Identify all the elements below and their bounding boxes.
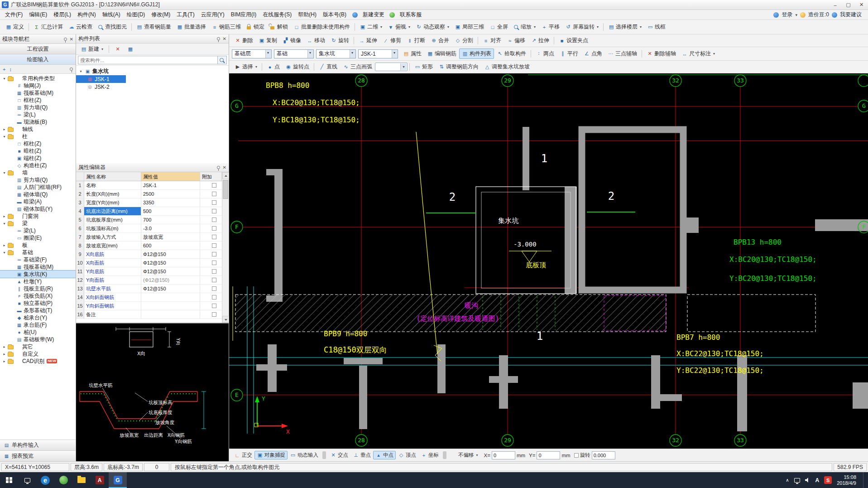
scroll-down-icon[interactable] xyxy=(222,316,229,323)
toolbar-button[interactable]: ‖ 打断 xyxy=(404,35,428,46)
tree-item[interactable]: ▤ 基础板带(W) xyxy=(0,336,76,343)
attach-checkbox[interactable] xyxy=(212,209,216,213)
tree-item[interactable]: ▥ 剪力墙(Q) xyxy=(0,104,76,111)
toolbar-button[interactable] xyxy=(603,23,604,31)
new-component-button[interactable]: ▤ 新建 xyxy=(78,44,106,54)
toolbar-button[interactable]: ▣ 二维 xyxy=(357,22,385,32)
toolbar-button[interactable] xyxy=(409,63,410,71)
attach-checkbox[interactable] xyxy=(212,269,216,274)
toolbar-button[interactable]: ✕ 删除 xyxy=(232,35,256,46)
property-row[interactable]: 4 坑底出边距离(mm) 500 xyxy=(76,207,229,216)
chevron-down-icon[interactable] xyxy=(350,50,355,58)
start-button[interactable] xyxy=(0,472,18,488)
tree-item[interactable]: ▦ 承台筋(F) xyxy=(0,321,76,329)
search-icon[interactable] xyxy=(218,56,227,64)
tree-item[interactable]: ▤ 人防门框墙(RF) xyxy=(0,184,76,191)
single-component-input-bar[interactable]: ▤ 单构件输入 xyxy=(0,440,76,450)
tree-item[interactable]: □ 框柱(Z) xyxy=(0,97,76,104)
toolbar-button[interactable]: ↗ 拉伸 xyxy=(528,35,552,46)
attach-checkbox[interactable] xyxy=(212,312,216,317)
twisty-icon[interactable]: ▸ xyxy=(2,243,6,247)
menu-item[interactable]: 版本号(B) xyxy=(320,10,350,19)
menu-item[interactable]: 编辑(E) xyxy=(26,10,50,19)
property-row[interactable]: 9 X向底筋 Φ12@150 xyxy=(76,250,229,259)
x-offset-input[interactable] xyxy=(492,451,515,459)
toolbar-button[interactable]: ▣ 局部三维 xyxy=(452,22,487,32)
toolbar-button[interactable]: ▥ 构件列表 xyxy=(459,48,494,59)
property-row[interactable]: 1 名称 JSK-1 xyxy=(76,181,229,190)
tree-item[interactable]: ▾ 基础 xyxy=(0,249,76,256)
close-panel-icon[interactable]: ✕ xyxy=(70,37,73,42)
suggest-link[interactable]: 我要建议 xyxy=(840,11,862,19)
attach-checkbox[interactable] xyxy=(212,217,216,222)
menu-item[interactable]: 工具(T) xyxy=(173,10,197,19)
property-row[interactable]: 11 Y向底筋 Φ12@150 xyxy=(76,267,229,276)
attach-checkbox[interactable] xyxy=(212,183,216,188)
tree-item[interactable]: ▸ 其它 xyxy=(0,343,76,350)
menu-item[interactable]: 构件(N) xyxy=(74,10,99,19)
twisty-icon[interactable]: ▸ xyxy=(2,352,6,356)
snap-toggle-button[interactable]: + 坐标 xyxy=(418,451,441,459)
toolbar-button[interactable]: ∶ 两点 xyxy=(533,48,557,59)
tree-item[interactable]: ▾ 常用构件类型 xyxy=(0,75,76,82)
menu-item[interactable]: 在线服务(S) xyxy=(259,10,295,19)
combo-select[interactable]: 基础 xyxy=(274,49,314,58)
twisty-icon[interactable]: ▸ xyxy=(2,359,6,363)
combo-select[interactable]: JSK-1 xyxy=(358,49,398,58)
snap-toggle-button[interactable]: 不偏移 xyxy=(448,451,480,459)
add-icon[interactable]: + xyxy=(3,67,5,72)
pin-icon[interactable] xyxy=(64,38,67,41)
toolbar-button[interactable]: ≈ 偏移 xyxy=(504,35,528,46)
toolbar-button[interactable]: ≡ 钢筋三维 xyxy=(209,22,244,32)
attach-checkbox[interactable] xyxy=(212,243,216,248)
cad-canvas[interactable]: Y X 28 29 32 33 28 29 xyxy=(229,73,868,449)
toolbar-button[interactable]: △ 调整集水坑放坡 xyxy=(481,62,532,72)
property-row[interactable]: 5 坑底板厚度(mm) 700 xyxy=(76,216,229,224)
toolbar-button[interactable]: ↻ 动态观察 xyxy=(413,22,452,32)
property-value[interactable]: Φ12@150 xyxy=(141,267,200,276)
toolbar-button[interactable]: ▦ 编辑钢筋 xyxy=(424,48,459,59)
toolbar-button[interactable]: Σ 汇总计算 xyxy=(31,22,66,32)
toolbar-button[interactable]: 查找图元 xyxy=(95,22,129,32)
tree-item[interactable]: ◆ 桩承台(Y) xyxy=(0,314,76,321)
ime-icon[interactable]: S xyxy=(824,476,832,484)
login-link[interactable]: 登录 xyxy=(782,11,792,19)
property-value[interactable] xyxy=(141,302,200,310)
toolbar-button[interactable]: ▼ 俯视 xyxy=(385,22,413,32)
toolbar-button[interactable] xyxy=(642,50,642,58)
menu-item[interactable]: 绘图(D) xyxy=(124,10,149,19)
snap-toggle-button[interactable]: ▭ 动态输入 xyxy=(288,451,321,459)
attach-checkbox[interactable] xyxy=(212,226,216,231)
toolbar-button[interactable]: 缩放 xyxy=(511,22,538,32)
project-settings-button[interactable]: 工程设置 xyxy=(0,44,76,54)
property-row[interactable]: 6 坑板顶标高(m) -3.0 xyxy=(76,224,229,233)
tree-item[interactable]: ● 桩(U) xyxy=(0,329,76,336)
minimize-icon[interactable]: – xyxy=(829,0,842,10)
toolbar-button[interactable]: ☁ 云检查 xyxy=(66,22,95,32)
toolbar-button[interactable]: □ 批量删除未使用构件 xyxy=(291,22,353,32)
tree-item[interactable]: ◇ 构造柱(Z) xyxy=(0,162,76,169)
draw-input-button[interactable]: 绘图输入 xyxy=(0,54,76,65)
taskbar-edge[interactable]: e xyxy=(36,472,54,488)
twisty-icon[interactable]: ▾ xyxy=(2,251,6,255)
menu-item[interactable]: 楼层(L) xyxy=(50,10,74,19)
rotate-input[interactable] xyxy=(592,451,615,459)
toolbar-button[interactable]: ╱ 直线 xyxy=(316,62,340,72)
tray-expand-icon[interactable]: ∧ xyxy=(786,478,789,483)
property-value[interactable]: -3.0 xyxy=(141,224,200,233)
tree-item[interactable]: ▦ 筏板基础(M) xyxy=(0,263,76,271)
attach-checkbox[interactable] xyxy=(212,235,216,239)
property-row[interactable]: 7 放坡输入方式 放坡底宽 xyxy=(76,233,229,242)
toolbar-button[interactable]: ● 点 xyxy=(264,62,283,72)
toolbar-button[interactable] xyxy=(262,63,262,71)
menu-item[interactable]: 文件(F) xyxy=(2,10,26,19)
snap-toggle-button[interactable] xyxy=(443,451,446,459)
tree-item[interactable]: ▭ 圈梁(E) xyxy=(0,234,76,242)
combo-select[interactable]: 集水坑 xyxy=(316,49,356,58)
snap-toggle-button[interactable]: ▴ 中点 xyxy=(373,451,396,459)
tree-item[interactable]: ∥ 筏板主筋(R) xyxy=(0,285,76,292)
tree-item[interactable]: ═ 基础梁(F) xyxy=(0,256,76,263)
tree-item[interactable]: ▥ 剪力墙(Q) xyxy=(0,176,76,184)
tree-item[interactable]: ▾ 墙 xyxy=(0,169,76,176)
twisty-icon[interactable]: ▾ xyxy=(2,222,6,226)
